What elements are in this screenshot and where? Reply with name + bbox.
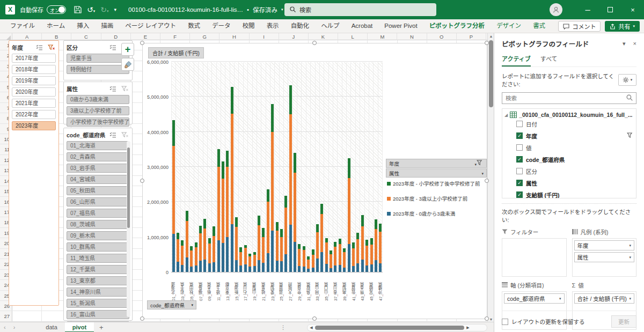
bar-segment-04_宮城県[interactable]	[186, 211, 188, 221]
bar-segment-47_沖縄県[interactable]	[379, 232, 382, 264]
bar-segment-42_長崎県[interactable]	[356, 263, 359, 272]
bar-segment-42_長崎県[interactable]	[356, 233, 359, 239]
sheet-tab-pivot[interactable]: pivot	[65, 322, 94, 332]
ribbon-tab-ファイル[interactable]: ファイル	[4, 19, 41, 33]
bar-segment-13_東京都[interactable]	[226, 167, 229, 237]
bar-segment-19_山梨県[interactable]	[253, 255, 256, 266]
excel-app-icon[interactable]	[5, 5, 15, 14]
bar-segment-27_大阪府[interactable]	[289, 225, 292, 272]
vertical-scrollbar[interactable]: ▲ ▼	[487, 33, 494, 323]
bar-segment-17_石川県[interactable]	[244, 248, 247, 264]
tools-gear-button[interactable]: ▾	[618, 74, 636, 86]
bar-segment-35_山口県[interactable]	[325, 264, 328, 272]
bar-segment-30_和歌山県[interactable]	[303, 246, 305, 250]
chart-selection-handle[interactable]	[485, 179, 489, 183]
horizontal-scroll-thumb[interactable]	[315, 326, 464, 330]
slicer-item-07_福島県[interactable]: 07_福島県	[67, 209, 129, 218]
field-row-属性[interactable]: ✓属性	[504, 177, 634, 189]
bar-segment-29_奈良県[interactable]	[298, 244, 301, 249]
chart-selection-handle[interactable]	[312, 316, 317, 321]
sheet-tab-data[interactable]: data	[38, 322, 64, 332]
clear-filter-icon[interactable]	[120, 131, 129, 139]
bar-segment-11_埼玉県[interactable]	[217, 240, 220, 272]
bar-segment-13_東京都[interactable]	[226, 151, 229, 167]
slicer-item-11_埼玉県[interactable]: 11_埼玉県	[67, 254, 129, 263]
bar-segment-38_愛媛県[interactable]	[339, 239, 341, 244]
bar-segment-35_山口県[interactable]	[325, 242, 328, 264]
bar-segment-02_青森県[interactable]	[177, 239, 179, 262]
slicer-item-2021年度[interactable]: 2021年度	[12, 99, 56, 108]
table-source-row[interactable]: ◢ _00100_cfa_00100112_koumuin_16_full_..…	[504, 112, 634, 118]
ribbon-tab-書式[interactable]: 書式	[527, 19, 551, 33]
bar-segment-26_京都府[interactable]	[284, 196, 287, 208]
column-header-E[interactable]: E	[131, 33, 160, 40]
column-header-G[interactable]: G	[190, 33, 219, 40]
bar-segment-12_千葉県[interactable]	[222, 161, 224, 179]
column-header-D[interactable]: D	[101, 33, 131, 40]
bar-segment-02_青森県[interactable]	[177, 262, 179, 272]
slicer-item-2023年度[interactable]: 2023年度	[12, 121, 56, 130]
legend-field-button-年度[interactable]: 年度▾	[386, 159, 487, 168]
multi-select-icon[interactable]	[34, 43, 44, 51]
ribbon-tab-Acrobat[interactable]: Acrobat	[346, 19, 379, 33]
bar-segment-16_富山県[interactable]	[239, 247, 242, 253]
autosave-toggle[interactable]: オン	[47, 5, 66, 14]
ribbon-tab-校閲[interactable]: 校閲	[237, 19, 261, 33]
ribbon-tab-表示[interactable]: 表示	[261, 19, 285, 33]
scroll-right-icon[interactable]: ▶	[464, 326, 472, 330]
bar-segment-20_長野県[interactable]	[258, 260, 260, 272]
bar-segment-40_福岡県[interactable]	[348, 158, 350, 178]
column-header-C[interactable]: C	[71, 33, 101, 40]
field-row-日付[interactable]: 日付	[504, 118, 634, 130]
bar-segment-38_愛媛県[interactable]	[339, 244, 341, 265]
slicer-item-01_北海道[interactable]: 01_北海道	[67, 141, 129, 150]
bar-segment-19_山梨県[interactable]	[253, 266, 256, 272]
comments-button[interactable]: コメント	[558, 21, 601, 32]
bar-segment-05_秋田県[interactable]	[190, 250, 193, 267]
bar-segment-43_熊本県[interactable]	[361, 215, 364, 227]
bar-segment-11_埼玉県[interactable]	[217, 167, 220, 240]
bar-segment-06_山形県[interactable]	[195, 247, 197, 265]
bar-segment-43_熊本県[interactable]	[361, 260, 364, 272]
bar-segment-18_福井県[interactable]	[248, 254, 251, 256]
bar-segment-14_神奈川県[interactable]	[231, 87, 233, 114]
bar-segment-27_大阪府[interactable]	[289, 85, 292, 114]
sheet-nav-next-icon[interactable]: ›	[10, 324, 19, 330]
field-search-input[interactable]	[506, 95, 626, 101]
bar-segment-06_山形県[interactable]	[195, 265, 197, 272]
autosave-toggle-group[interactable]: 自動保存 オン	[20, 5, 66, 14]
sheet-nav-prev-icon[interactable]: ‹	[0, 324, 10, 330]
axis-field-button[interactable]: code_都道府県▾	[147, 300, 196, 309]
bar-segment-14_神奈川県[interactable]	[231, 224, 233, 272]
bar-segment-09_栃木県[interactable]	[208, 244, 211, 263]
bar-segment-36_徳島県[interactable]	[330, 250, 332, 254]
slicer-item-2018年度[interactable]: 2018年度	[12, 65, 56, 74]
bar-segment-46_鹿児島県[interactable]	[375, 219, 377, 229]
slicer-item-02_青森県[interactable]: 02_青森県	[67, 152, 129, 161]
bar-segment-14_神奈川県[interactable]	[231, 114, 233, 225]
bar-segment-26_京都府[interactable]	[284, 208, 287, 254]
bar-segment-10_群馬県[interactable]	[213, 226, 215, 236]
bar-segment-47_沖縄県[interactable]	[379, 224, 382, 232]
bar-segment-46_鹿児島県[interactable]	[375, 260, 377, 272]
bar-segment-10_群馬県[interactable]	[213, 236, 215, 262]
saved-status-chevron-icon[interactable]: ▾	[281, 8, 283, 12]
field-checkbox[interactable]: ✓	[516, 191, 523, 198]
document-title[interactable]: 00100-cfa-00100112-koumuin-16-full-lis…	[128, 6, 243, 13]
saved-status[interactable]: 保存済み	[253, 5, 277, 14]
bar-segment-07_福島県[interactable]	[199, 233, 202, 261]
bar-segment-21_岐阜県[interactable]	[262, 237, 265, 263]
horizontal-scrollbar[interactable]: ◀ ▶	[307, 324, 487, 331]
clear-filter-icon[interactable]	[120, 85, 129, 93]
bar-segment-27_大阪府[interactable]	[289, 114, 292, 225]
multi-select-icon[interactable]	[108, 43, 118, 51]
bar-segment-31_鳥取県[interactable]	[307, 269, 310, 272]
bar-segment-23_愛知県[interactable]	[271, 231, 274, 272]
bar-segment-37_香川県[interactable]	[334, 242, 336, 247]
ribbon-tab-挿入[interactable]: 挿入	[71, 19, 95, 33]
bar-segment-28_兵庫県[interactable]	[294, 153, 296, 173]
bar-segment-40_福岡県[interactable]	[348, 178, 350, 245]
bar-segment-25_滋賀県[interactable]	[280, 261, 283, 272]
slicer-item-14_神奈川県[interactable]: 14_神奈川県	[67, 287, 129, 297]
bar-segment-20_長野県[interactable]	[258, 225, 260, 260]
